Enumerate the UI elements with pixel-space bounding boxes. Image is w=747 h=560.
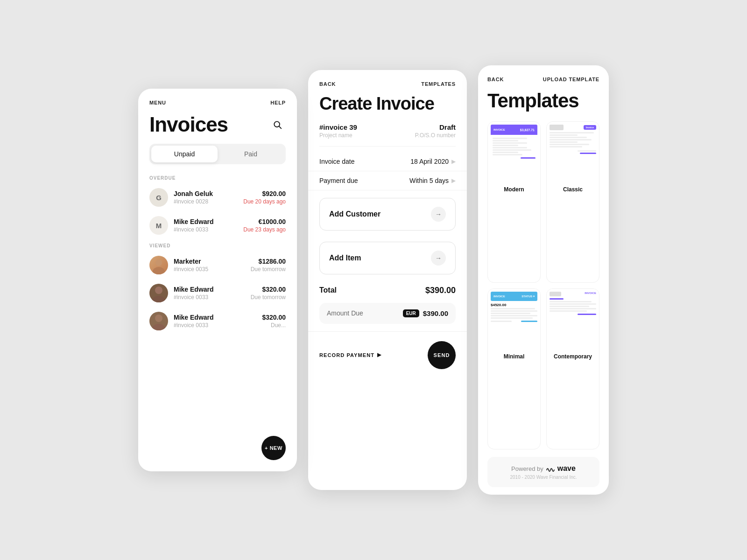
template-card-contemporary[interactable]: INVOICE Contemporary [546,288,599,450]
template-name: Classic [547,182,599,196]
list-item[interactable]: Mike Edward #invoice 0033 $320.00 Due... [138,307,297,335]
back-button[interactable]: BACK [319,81,336,87]
tab-row: Unpaid Paid [149,144,286,164]
viewed-section-label: VIEWED [138,239,297,251]
customer-name: Jonah Geluk [174,190,238,197]
invoice-number: #invoice 39 [319,123,357,131]
menu-button[interactable]: MENU [149,100,166,105]
total-amount: $390.00 [425,286,456,295]
template-preview-minimal: INVOICE STATUS ▾ $4520.00 [488,289,540,350]
invoice-number: #invoice 0033 [174,322,256,329]
invoices-title: Invoices [149,113,228,136]
tab-paid[interactable]: Paid [218,146,284,162]
help-button[interactable]: HELP [270,100,286,105]
invoice-amount-col: $320.00 Due... [262,314,286,329]
invoice-date-value: 18 April 2020 ▶ [410,158,456,165]
avatar [149,312,168,330]
invoice-info: Jonah Geluk #invoice 0028 [174,190,238,205]
invoice-amount: €1000.00 [243,218,286,225]
svg-point-2 [155,259,162,266]
customer-name: Mike Edward [174,314,256,321]
avatar [149,256,168,274]
amount-due-label: Amount Due [327,309,363,317]
powered-by-section: Powered by wave 2010 - 2020 Wave Financi… [487,457,599,487]
invoice-due: Due 23 days ago [243,226,286,233]
customer-name: Mike Edward [174,218,238,225]
total-row: Total $390.00 [308,278,467,303]
invoice-info: Marketer #invoice 0035 [174,258,245,273]
new-invoice-button[interactable]: + NEW [261,436,286,460]
meta-right: Draft P.O/S.O number [415,123,456,139]
template-preview-contemporary: INVOICE [547,289,599,350]
invoice-meta: #invoice 39 Project name Draft P.O/S.O n… [308,123,467,140]
invoice-number: #invoice 0033 [174,294,245,301]
invoice-due: Due 20 days ago [243,198,286,205]
search-button[interactable] [269,116,286,133]
arrow-icon: ▶ [377,352,381,358]
add-customer-label: Add Customer [329,210,381,218]
list-item[interactable]: Marketer #invoice 0035 $1286.00 Due tomo… [138,251,297,279]
list-item[interactable]: G Jonah Geluk #invoice 0028 $920.00 Due … [138,183,297,211]
svg-point-4 [155,287,162,294]
template-card-minimal[interactable]: INVOICE STATUS ▾ $4520.00 Minimal [487,288,541,450]
payment-due-label: Payment due [319,177,358,184]
template-name: Modern [488,182,540,196]
chevron-right-icon: ▶ [451,177,456,184]
powered-label: Powered by wave [495,464,592,473]
invoices-screen: MENU HELP Invoices Unpaid Paid OVERDUE G… [138,89,297,471]
upload-template-button[interactable]: UPLOAD TEMPLATE [543,77,599,82]
create-invoice-title: Create Invoice [308,91,467,123]
invoices-header: MENU HELP [138,89,297,109]
back-button[interactable]: BACK [487,77,504,82]
meta-left: #invoice 39 Project name [319,123,357,139]
send-button[interactable]: SEND [428,341,456,369]
invoice-amount: $320.00 [251,286,286,293]
add-item-button[interactable]: Add Item → [319,242,456,274]
template-preview-classic: Invoice [547,122,599,182]
invoices-title-row: Invoices [138,109,297,144]
invoice-info: Mike Edward #invoice 0033 [174,314,256,329]
invoice-due: Due tomorrow [251,266,286,273]
payment-due-field[interactable]: Payment due Within 5 days ▶ [308,171,467,190]
invoice-info: Mike Edward #invoice 0033 [174,218,238,233]
tab-unpaid[interactable]: Unpaid [151,146,218,162]
invoice-amount: $920.00 [243,190,286,197]
invoice-number: #invoice 0028 [174,198,238,205]
create-header: BACK TEMPLATES [308,70,467,91]
amount-due-right: EUR $390.00 [403,309,448,317]
amount-due-box: Amount Due EUR $390.00 [319,303,456,324]
template-card-modern[interactable]: INVOICE $3,827.71 Mod [487,121,541,283]
add-item-label: Add Item [329,254,361,262]
po-number: P.O/S.O number [415,132,456,139]
svg-point-5 [152,296,165,302]
templates-button[interactable]: TEMPLATES [421,81,456,87]
templates-header: BACK UPLOAD TEMPLATE [478,65,609,86]
invoice-amount-col: €1000.00 Due 23 days ago [243,218,286,233]
list-item[interactable]: M Mike Edward #invoice 0033 €1000.00 Due… [138,211,297,239]
project-name: Project name [319,132,357,139]
avatar [149,284,168,302]
template-name: Minimal [488,350,540,364]
payment-due-value: Within 5 days ▶ [409,177,456,184]
template-name: Contemporary [547,350,599,364]
avatar: G [149,188,168,207]
currency-badge: EUR [403,309,419,317]
bottom-bar: RECORD PAYMENT ▶ SEND [308,331,467,378]
wave-logo: wave [557,464,576,473]
create-invoice-screen: BACK TEMPLATES Create Invoice #invoice 3… [308,70,467,490]
screens-container: MENU HELP Invoices Unpaid Paid OVERDUE G… [138,65,609,495]
add-customer-button[interactable]: Add Customer → [319,198,456,231]
svg-point-0 [274,121,280,127]
record-payment-button[interactable]: RECORD PAYMENT ▶ [319,352,381,358]
invoice-date-field[interactable]: Invoice date 18 April 2020 ▶ [308,152,467,171]
arrow-right-icon: → [431,207,446,222]
template-preview-modern: INVOICE $3,827.71 [488,122,540,182]
overdue-section-label: OVERDUE [138,172,297,183]
template-card-classic[interactable]: Invoice Classic [546,121,599,283]
arrow-right-icon: → [431,251,446,266]
divider [319,146,456,147]
chevron-right-icon: ▶ [451,158,456,165]
svg-line-1 [279,126,281,128]
list-item[interactable]: Mike Edward #invoice 0033 $320.00 Due to… [138,279,297,307]
invoice-due: Due... [262,322,286,329]
